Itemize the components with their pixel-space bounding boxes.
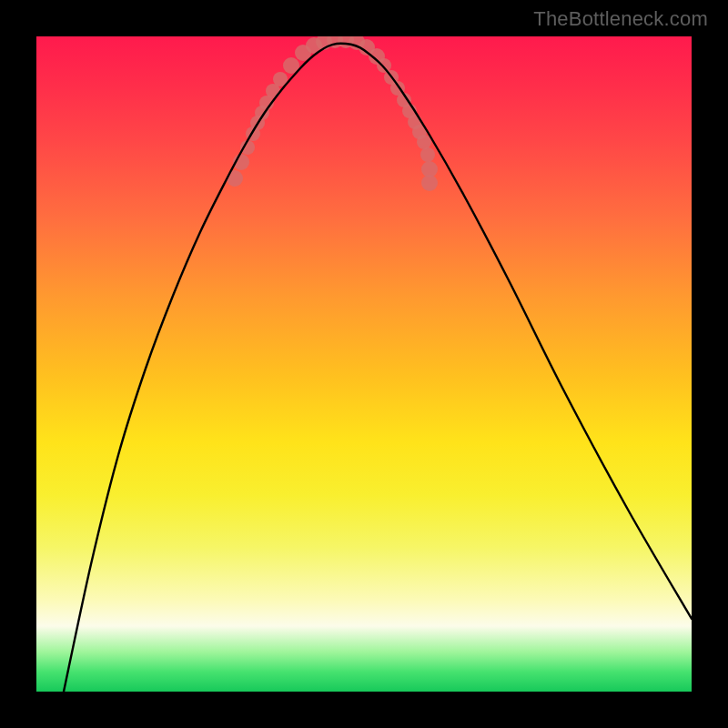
scatter-dots [227, 36, 438, 191]
chart-frame: TheBottleneck.com [0, 0, 728, 728]
plot-area [36, 36, 692, 692]
watermark-text: TheBottleneck.com [533, 7, 708, 31]
scatter-dot [417, 135, 431, 149]
scatter-dot [421, 175, 438, 191]
bottleneck-curve-svg [36, 36, 692, 692]
bottleneck-curve [64, 44, 692, 692]
scatter-dot [420, 147, 435, 162]
